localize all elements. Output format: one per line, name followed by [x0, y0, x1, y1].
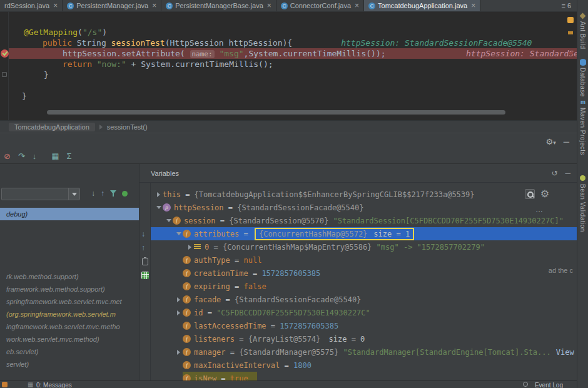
- tab-connectorconf[interactable]: C ConnectorConf.java ×: [276, 0, 364, 11]
- dropdown-button[interactable]: [68, 188, 79, 200]
- step-over-icon[interactable]: ↷: [18, 151, 25, 161]
- variable-row-expiring[interactable]: f expiring = false: [151, 280, 577, 293]
- breadcrumb-method[interactable]: sessionTest(): [107, 123, 148, 131]
- close-icon[interactable]: ×: [267, 2, 271, 9]
- collapse-icon[interactable]: [165, 219, 173, 222]
- frame-row-library[interactable]: (org.springframework.web.servlet.m: [0, 308, 139, 320]
- expand-icon[interactable]: [186, 245, 194, 250]
- equals: =: [181, 190, 195, 199]
- tab-persistentmanagerbase[interactable]: C PersistentManagerBase.java ×: [161, 0, 276, 11]
- toolwindow-toggle-icon[interactable]: [2, 382, 8, 387]
- tab-persistentmanager[interactable]: C PersistentManager.java ×: [63, 0, 161, 11]
- collapse-icon[interactable]: [155, 206, 163, 209]
- navigate-up-icon[interactable]: ↑: [141, 244, 145, 252]
- frame-row[interactable]: work.web.servlet.mvc.method): [0, 333, 139, 345]
- frame-row[interactable]: eb.servlet): [0, 345, 139, 358]
- fold-marker-icon[interactable]: [2, 72, 7, 77]
- breadcrumb-class[interactable]: TomcatdebugApplication: [9, 123, 95, 131]
- variable-value: 1572857605385: [280, 322, 338, 330]
- code-token: "/s": [83, 28, 102, 37]
- frame-row[interactable]: framework.web.method.support): [0, 283, 139, 295]
- event-log-button[interactable]: Event Log: [535, 382, 563, 388]
- navigate-down-icon[interactable]: ↓: [141, 230, 145, 238]
- variable-row-entry0[interactable]: 0 = {ConcurrentHashMap$MapEntry@5586} "m…: [151, 240, 577, 253]
- frames-down-icon[interactable]: ↓: [91, 189, 95, 198]
- thread-selector-dropdown[interactable]: [1, 188, 80, 200]
- breakpoint-icon[interactable]: [1, 49, 9, 58]
- code-line-execution: httpSession.setAttribute( name: "msg",Sy…: [19, 48, 577, 59]
- thread-dump-icon[interactable]: ▦: [51, 151, 59, 161]
- hide-panel-icon[interactable]: ─: [564, 137, 569, 146]
- messages-tab[interactable]: 0: Messages: [36, 382, 72, 388]
- expand-icon[interactable]: [175, 350, 183, 355]
- close-icon[interactable]: ×: [53, 2, 58, 9]
- view-options-icon[interactable]: [141, 272, 149, 279]
- inspection-status-marker[interactable]: [567, 17, 574, 23]
- variable-row-session[interactable]: f session = {StandardSession@5570} "Stan…: [151, 214, 577, 227]
- code-token: ,System.currentTimeMillis());: [244, 49, 386, 58]
- tab-rdsession[interactable]: rdSession.java ×: [0, 0, 63, 11]
- ant-build-icon: [580, 13, 586, 19]
- class-icon: C: [67, 3, 74, 9]
- variable-row-id[interactable]: f id = "C5FDBCCDD70F255F5D7530E14930227C…: [151, 306, 577, 319]
- variable-row-lastaccessedtime[interactable]: f lastAccessedTime = 1572857605385: [151, 319, 577, 332]
- maven-icon: m: [580, 99, 585, 105]
- expand-icon[interactable]: [175, 310, 183, 315]
- equals: =: [280, 361, 293, 370]
- close-icon[interactable]: ×: [152, 2, 156, 9]
- variable-row-isnew[interactable]: f isNew = true: [151, 372, 577, 380]
- frame-row[interactable]: rk.web.method.support): [0, 270, 139, 283]
- expand-icon[interactable]: [175, 297, 183, 302]
- error-stripe-breakpoint-mark[interactable]: [568, 52, 573, 54]
- mute-breakpoints-icon[interactable]: ⊘: [4, 151, 11, 161]
- settings-gear-icon[interactable]: ⚙▾: [546, 137, 556, 146]
- tab-tomcatdebugapplication[interactable]: C TomcatdebugApplication.java ×: [364, 0, 480, 11]
- frame-row[interactable]: ingframework.web.servlet.mvc.metho: [0, 320, 139, 333]
- view-link[interactable]: View: [556, 348, 574, 357]
- close-icon[interactable]: ×: [471, 2, 475, 9]
- toolwindow-ant-build[interactable]: Ant Build: [579, 21, 586, 49]
- toolwindow-bean-validation[interactable]: Bean Validation: [579, 184, 586, 232]
- evaluate-expression-icon[interactable]: Σ: [67, 151, 72, 161]
- toolwindow-maven-projects[interactable]: Maven Projects: [579, 108, 586, 155]
- variable-row-authtype[interactable]: f authType = null: [151, 253, 577, 267]
- variable-row-manager[interactable]: f manager = {StandardManager@5575} "Stan…: [151, 345, 577, 359]
- variable-row-facade[interactable]: f facade = {StandardSessionFacade@5540}: [151, 293, 577, 306]
- variable-row-listeners[interactable]: f listeners = {ArrayList@5574} size = 0: [151, 332, 577, 345]
- event-log-icon: [523, 382, 528, 387]
- code-area[interactable]: @GetMapping("/s") public String sessionT…: [19, 27, 577, 101]
- error-stripe-mark[interactable]: [568, 31, 573, 34]
- code-line: @GetMapping("/s"): [19, 27, 577, 38]
- collapse-icon[interactable]: [175, 232, 183, 235]
- field-icon: f: [183, 256, 191, 264]
- variable-name: isNew: [194, 374, 216, 381]
- code-token: ): [102, 28, 107, 37]
- frames-up-icon[interactable]: ↑: [101, 189, 104, 198]
- frame-row[interactable]: servlet): [0, 358, 139, 370]
- thread-status-icon: [122, 191, 128, 197]
- field-icon: f: [173, 217, 181, 225]
- expand-icon[interactable]: [155, 192, 163, 197]
- close-icon[interactable]: ×: [355, 2, 359, 9]
- variable-row-attributes[interactable]: f attributes = {ConcurrentHashMap@5572}s…: [151, 227, 577, 240]
- restore-layout-icon[interactable]: ↺: [551, 169, 557, 178]
- debug-header-actions: ⚙▾ ─: [546, 133, 569, 150]
- frame-row[interactable]: springframework.web.servlet.mvc.met: [0, 295, 139, 308]
- variable-name: manager: [194, 348, 226, 357]
- step-into-icon[interactable]: ↓: [33, 151, 37, 161]
- code-editor[interactable]: @GetMapping("/s") public String sessionT…: [0, 12, 577, 120]
- editor-tab-bar: rdSession.java × C PersistentManager.jav…: [0, 0, 577, 12]
- copy-stack-icon[interactable]: [142, 258, 148, 265]
- frame-row-selected[interactable]: debug): [0, 208, 139, 220]
- variable-row-maxinactiveinterval[interactable]: f maxInactiveInterval = 1800: [151, 359, 577, 372]
- toolwindow-database[interactable]: Database: [579, 68, 586, 97]
- variable-row-httpsession[interactable]: p httpSession = {StandardSessionFacade@5…: [151, 201, 577, 214]
- variable-row-creationtime[interactable]: f creationTime = 1572857605385: [151, 267, 577, 280]
- filter-icon[interactable]: [110, 190, 116, 197]
- horizontal-scrollbar[interactable]: [47, 110, 505, 115]
- variable-row-this[interactable]: this = {TomcatdebugApplication$$Enhancer…: [151, 188, 577, 201]
- hidden-tabs-button[interactable]: ≡ 6: [555, 0, 577, 11]
- hide-icon[interactable]: ─: [565, 169, 570, 178]
- variable-name: maxInactiveInterval: [194, 361, 280, 370]
- field-icon: f: [183, 269, 191, 277]
